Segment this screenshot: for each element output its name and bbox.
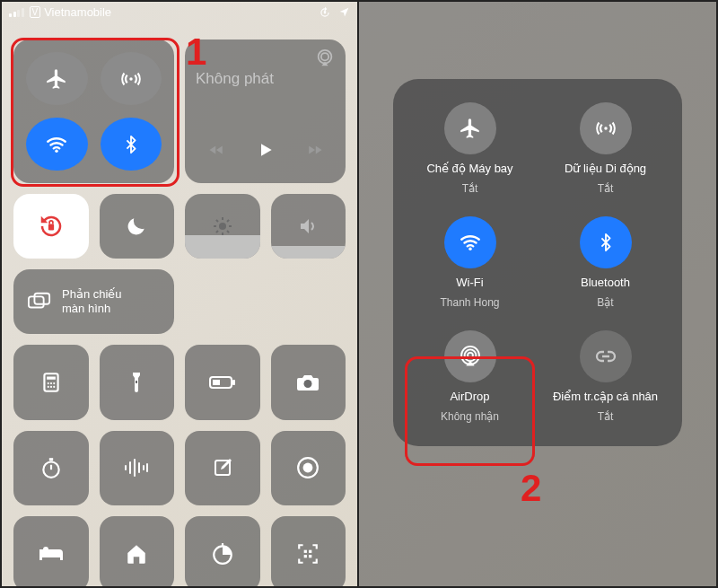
svg-rect-46 [309,549,311,552]
svg-rect-28 [232,380,235,385]
alarm-button[interactable] [13,516,89,586]
svg-line-15 [227,220,229,222]
low-power-button[interactable] [185,345,260,420]
do-not-disturb-toggle[interactable] [100,194,175,259]
status-bar: V Vietnamobile [2,5,357,19]
airdrop-icon [458,344,483,369]
svg-point-49 [604,127,607,129]
timer-icon [211,542,234,566]
record-icon [296,456,320,479]
carrier-name: Vietnamobile [44,5,111,19]
airplay-icon[interactable] [315,48,335,68]
antenna-icon [119,67,143,91]
connectivity-tile[interactable] [13,39,174,183]
airdrop-item[interactable]: AirDrop Không nhận [406,330,534,423]
bluetooth-item[interactable]: Bluetooth Bật [541,216,670,309]
orientation-lock-status-icon [319,6,331,19]
control-center-grid: Không phát [13,39,346,586]
wifi-toggle[interactable] [26,118,88,171]
qr-scan-button[interactable] [271,516,346,586]
volume-slider[interactable] [271,194,346,259]
svg-line-14 [216,231,218,233]
moon-icon [125,215,148,238]
calculator-button[interactable] [13,345,89,420]
wifi-title: Wi-Fi [456,276,483,289]
screen-mirror-icon [28,292,51,312]
cellular-data-item[interactable]: Dữ liệu Di động Tắt [541,102,670,195]
bluetooth-icon [121,135,141,154]
bluetooth-status: Bật [597,296,613,309]
compose-icon [212,457,233,478]
home-button[interactable] [100,516,175,586]
flashlight-button[interactable] [100,345,175,420]
battery-icon [209,374,236,391]
svg-rect-17 [34,294,49,304]
svg-rect-6 [48,224,54,231]
panel-control-center: V Vietnamobile 1 [2,2,359,586]
airplane-mode-toggle[interactable] [26,52,88,105]
airdrop-title: AirDrop [450,390,489,403]
now-playing-tile[interactable]: Không phát [185,39,346,183]
cellular-title: Dữ liệu Di động [565,162,646,175]
bluetooth-toggle[interactable] [101,118,162,171]
carrier-indicator: V [30,6,41,18]
orientation-lock-toggle[interactable] [13,194,89,259]
svg-point-7 [219,223,226,230]
connectivity-expanded-card: Chế độ Máy bay Tắt Dữ liệu Di động Tắt W… [393,79,682,446]
airplane-icon [45,67,68,91]
calculator-icon [39,371,63,394]
airplane-icon [459,117,482,140]
camera-icon [295,372,320,393]
stopwatch-button[interactable] [13,431,89,506]
volume-icon [297,215,319,237]
antenna-icon [594,117,617,140]
svg-point-23 [47,386,48,388]
camera-button[interactable] [271,345,346,420]
hotspot-item[interactable]: Điểm tr.cập cá nhân Tắt [541,330,670,423]
svg-point-53 [468,353,473,358]
qr-icon [296,542,320,566]
wifi-icon [459,231,482,254]
cellular-data-toggle[interactable] [101,52,162,105]
svg-point-52 [464,349,476,361]
svg-point-30 [304,380,312,388]
screen-mirror-label: Phản chiếu màn hình [62,287,122,315]
svg-point-21 [50,382,52,384]
svg-rect-29 [213,380,220,385]
svg-point-22 [53,382,55,384]
airdrop-status: Không nhận [441,410,499,423]
screen-record-button[interactable] [271,431,346,506]
now-playing-label: Không phát [196,70,335,88]
step1-number: 1 [186,31,206,74]
screen-mirroring-button[interactable]: Phản chiếu màn hình [13,269,174,334]
play-button[interactable] [257,140,275,160]
panel-connectivity-expanded: Chế độ Máy bay Tắt Dữ liệu Di động Tắt W… [359,2,716,586]
svg-rect-48 [309,555,311,557]
timer-button[interactable] [185,516,260,586]
svg-line-13 [227,231,229,233]
svg-point-25 [53,386,55,388]
brightness-icon [212,215,233,237]
cellular-status: Tắt [598,182,614,195]
home-icon [125,542,148,566]
svg-rect-32 [49,458,53,461]
airplane-title: Chế độ Máy bay [426,162,512,175]
next-track-button[interactable] [305,142,325,158]
svg-point-3 [56,149,58,152]
notes-button[interactable] [185,431,260,506]
wifi-item[interactable]: Wi-Fi Thanh Hong [406,216,534,309]
svg-rect-45 [304,549,307,552]
cell-signal-icon [9,8,24,17]
svg-line-12 [216,220,218,222]
waveform-icon [123,458,150,478]
svg-rect-16 [29,296,44,307]
brightness-slider[interactable] [185,194,260,259]
voice-memo-button[interactable] [100,431,175,506]
hotspot-title: Điểm tr.cập cá nhân [553,390,658,403]
stopwatch-icon [39,456,63,479]
step2-number: 2 [521,467,541,510]
svg-point-20 [47,382,48,384]
bed-icon [38,544,65,564]
airplane-mode-item[interactable]: Chế độ Máy bay Tắt [406,102,534,195]
prev-track-button[interactable] [206,142,226,158]
